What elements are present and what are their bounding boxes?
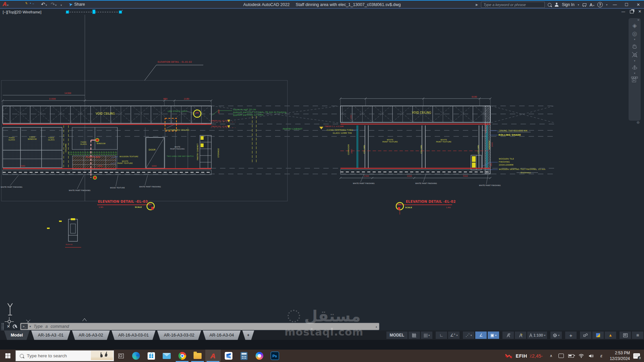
title-bar: A▾ ✎ • → ↶▾ ↷▾ ▾ ➤ Share Autodesk AutoCA… — [0, 1, 644, 8]
layout-tab-ar-16-a3-03-02[interactable]: AR-16-A3-03-02 — [157, 330, 201, 340]
navbar-minimize-icon[interactable]: ⊖ — [637, 120, 640, 125]
sign-in-caret-icon[interactable]: ▾ — [578, 3, 579, 6]
window-accent-border — [0, 0, 644, 1]
taskbar-clock[interactable]: 2:53 PM 12/23/2024 — [606, 350, 633, 361]
annotation-scale-icon — [529, 333, 533, 338]
snap-button[interactable]: ▾ — [421, 331, 432, 339]
polar-tracking-button[interactable]: ∠°▾ — [448, 331, 460, 339]
taskbar-app-autocad[interactable]: A — [205, 350, 221, 362]
navbar-close-icon[interactable]: ✕ — [637, 18, 640, 22]
taskbar-app-edge[interactable] — [128, 350, 144, 362]
minimize-button[interactable]: — — [610, 2, 619, 7]
annotation-scale-button[interactable]: 1:100▾ — [527, 331, 547, 339]
autodesk-a-icon: A — [590, 2, 593, 7]
chrome-icon — [178, 352, 186, 360]
command-input[interactable]: Type a command — [34, 324, 69, 329]
clock-date: 12/23/2024 — [610, 356, 630, 361]
isodraft-button[interactable]: ⋰▾ — [463, 331, 474, 339]
clean-screen-button[interactable] — [620, 331, 631, 339]
search-highlight-image[interactable] — [91, 351, 113, 360]
taskbar-app-photoshop[interactable]: Ps — [267, 350, 282, 362]
tablet-mode-icon[interactable] — [557, 354, 565, 358]
graphics-performance-button[interactable]: ▲ — [605, 331, 616, 339]
redo-button[interactable]: ↷▾ — [51, 1, 57, 7]
maximize-button[interactable]: ☐ — [622, 2, 631, 7]
showmotion-icon[interactable] — [631, 76, 638, 82]
start-button[interactable] — [0, 350, 15, 362]
zoom-caret-icon[interactable]: ▾ — [634, 60, 635, 62]
search-input[interactable]: Type a keyword or phrase — [481, 2, 545, 8]
drawing-canvas[interactable]: [−][Top][2D Wireframe] — ✕ — [0, 9, 644, 330]
command-customize-wrench-icon[interactable] — [13, 324, 17, 329]
taskbar-app-chrome[interactable] — [174, 350, 190, 362]
language-indicator[interactable]: ε — [597, 353, 605, 358]
grid-button[interactable] — [409, 331, 420, 339]
pan-hand-icon[interactable] — [631, 43, 638, 49]
isolate-objects-button[interactable] — [580, 331, 591, 339]
taskbar-app-mail[interactable] — [159, 350, 174, 362]
orbit-icon[interactable] — [631, 64, 638, 70]
annotation-autoscale-button[interactable] — [515, 331, 526, 339]
status-customization-button[interactable]: ≡ — [632, 331, 643, 339]
zoom-icon[interactable] — [631, 51, 638, 58]
autodesk-app-button[interactable]: A▾ — [590, 2, 594, 8]
cart-icon[interactable] — [582, 3, 587, 7]
doc-close-button[interactable]: ✕ — [638, 9, 641, 14]
workspace-switching-button[interactable]: ▾ — [550, 331, 562, 339]
command-close-icon[interactable]: ✕ — [7, 324, 10, 329]
tray-expand-icon[interactable]: ∧ — [547, 354, 555, 358]
undo-button[interactable]: ↶▾ — [41, 1, 47, 7]
wheel-caret-icon[interactable]: ▾ — [634, 39, 635, 41]
layout-tab-ar-16-a3-01[interactable]: AR-16-A3 -01 — [31, 330, 70, 340]
model-space-button[interactable]: MODEL — [386, 331, 408, 339]
taskbar-app-store[interactable] — [144, 350, 159, 362]
taskbar-app-file-explorer[interactable] — [190, 350, 205, 362]
sign-in-button[interactable]: Sign In — [562, 2, 574, 7]
notification-center-icon[interactable]: 3 — [633, 353, 640, 359]
layout-tab-model[interactable]: Model — [4, 330, 30, 340]
annotation-visibility-button[interactable] — [502, 331, 514, 339]
hardware-acceleration-button[interactable] — [592, 331, 604, 339]
share-button[interactable]: ➤ Share — [69, 2, 85, 7]
taskbar-app-calculator[interactable] — [236, 350, 252, 362]
otrack-button[interactable]: ∠ — [475, 331, 487, 339]
ortho-button[interactable]: ∟ — [436, 331, 447, 339]
orbit-caret-icon[interactable]: ▾ — [634, 73, 635, 74]
copilot-icon — [256, 352, 263, 360]
doc-restore-button[interactable] — [630, 10, 634, 13]
stock-widget[interactable]: EFIH ٪2,45- — [501, 353, 546, 359]
wifi-icon[interactable] — [577, 354, 585, 358]
app-menu-button[interactable]: A▾ — [3, 1, 8, 8]
command-grip-handle[interactable] — [1, 323, 4, 330]
help-button[interactable]: ? — [597, 2, 603, 7]
task-view-button[interactable] — [114, 350, 128, 362]
navigation-wheel-icon[interactable]: ◎ — [632, 31, 637, 37]
search-icon[interactable] — [548, 3, 551, 7]
command-recent-caret-icon[interactable]: ▼ — [29, 325, 32, 328]
viewport-controls-label[interactable]: [−][Top][2D Wireframe] — [3, 10, 41, 14]
osnap-button[interactable]: ▣▾ — [488, 331, 499, 339]
doc-minimize-button[interactable]: — — [622, 9, 625, 14]
mail-icon — [163, 353, 171, 359]
new-layout-tab[interactable]: + — [242, 330, 254, 340]
layout-tab-ar-16-a3-02[interactable]: AR-16-A3-02 — [72, 330, 110, 340]
undo-icon: ↶ — [41, 1, 45, 7]
close-button[interactable]: ✕ — [634, 2, 643, 7]
taskbar-search-icon — [20, 354, 24, 358]
qat-customize-button[interactable]: ▾ — [60, 1, 62, 7]
battery-icon[interactable] — [567, 354, 575, 358]
volume-icon[interactable] — [587, 354, 595, 358]
windows-taskbar: Type here to search A Ps EFIH — [0, 350, 644, 362]
infocenter-arrow-icon[interactable]: ▶ — [476, 3, 478, 6]
viewcube-icon[interactable]: ◈ — [632, 23, 637, 28]
taskbar-search-input[interactable]: Type here to search — [15, 350, 114, 361]
command-collapse-icon[interactable]: ▴ — [376, 325, 377, 328]
taskbar-app-copilot[interactable] — [252, 350, 267, 362]
left-elevation-drawing — [1, 10, 287, 247]
annotation-monitor-button[interactable]: + — [565, 331, 577, 339]
command-prompt-icon[interactable]: >_ — [21, 324, 28, 329]
command-bar[interactable]: >_ ▼ Type a command ▴ — [20, 323, 379, 330]
taskbar-app-sketchup[interactable] — [221, 350, 236, 362]
layout-tab-ar-16-a3-04[interactable]: AR-16-A3-04 — [203, 330, 241, 340]
layout-tab-ar-16-a3-03-01[interactable]: AR-16-A3-03-01 — [112, 330, 156, 340]
